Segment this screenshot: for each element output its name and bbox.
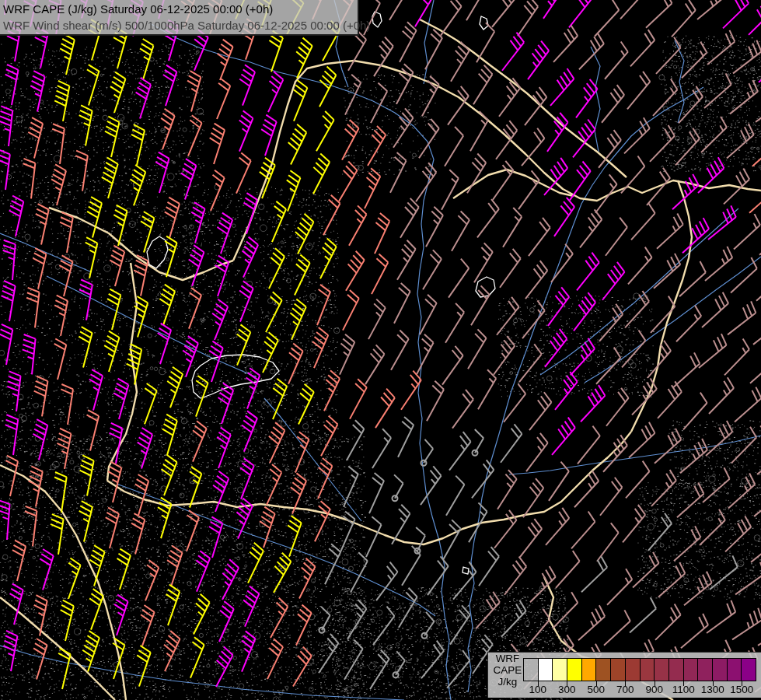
legend-color-cell (684, 659, 699, 681)
map-title-cape: WRF CAPE (J/kg) Saturday 06-12-2025 00:0… (3, 1, 273, 17)
legend-tick-label: 1500 (724, 684, 759, 695)
legend-color-cell (669, 659, 684, 681)
legend-color-cell (567, 659, 582, 681)
legend-color-bar (523, 658, 756, 681)
legend-color-cell (611, 659, 626, 681)
weather-map-canvas (0, 0, 761, 700)
legend-color-cell (553, 659, 567, 681)
legend-color-cell (524, 659, 539, 681)
legend-label-unit: J/kg (493, 676, 522, 688)
title-overlay: WRF CAPE (J/kg) Saturday 06-12-2025 00:0… (0, 0, 359, 36)
legend-color-cell (582, 659, 597, 681)
legend-label-wrf: WRF (493, 653, 522, 664)
wrf-map-page: WRF CAPE (J/kg) Saturday 06-12-2025 00:0… (0, 0, 761, 700)
legend-color-cell (626, 659, 641, 681)
legend-color-cell (655, 659, 669, 681)
map-title-windshear: WRF Wind shear (m/s) 500/1000hPa Saturda… (3, 17, 370, 33)
legend-label-cape: CAPE (493, 664, 522, 676)
legend-color-cell (713, 659, 728, 681)
legend-label-block: WRF CAPE J/kg (493, 653, 522, 688)
cape-legend-panel: WRF CAPE J/kg 10030050070090011001300150… (487, 652, 761, 698)
legend-color-cell (742, 659, 756, 681)
legend-color-cell (728, 659, 742, 681)
legend-color-cell (596, 659, 611, 681)
legend-color-cell (698, 659, 713, 681)
legend-color-cell (539, 659, 553, 681)
legend-color-cell (641, 659, 655, 681)
